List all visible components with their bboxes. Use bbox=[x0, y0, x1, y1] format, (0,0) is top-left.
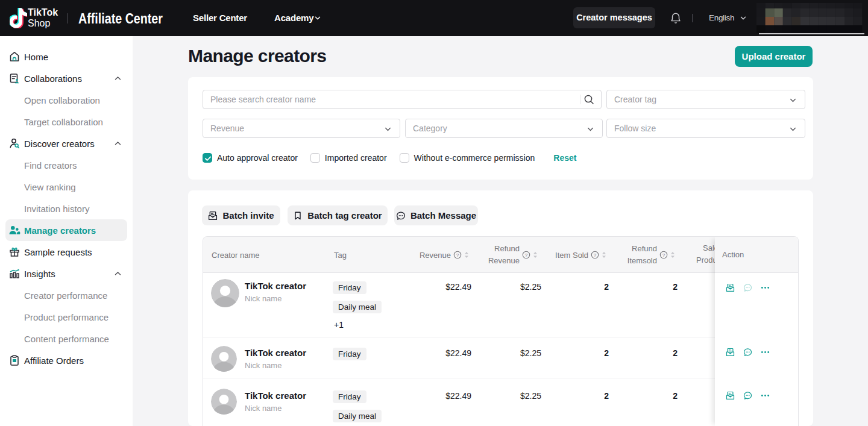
svg-text:?: ? bbox=[594, 252, 597, 258]
svg-text:?: ? bbox=[525, 252, 528, 258]
svg-text:?: ? bbox=[662, 252, 665, 258]
svg-text:?: ? bbox=[456, 252, 459, 258]
